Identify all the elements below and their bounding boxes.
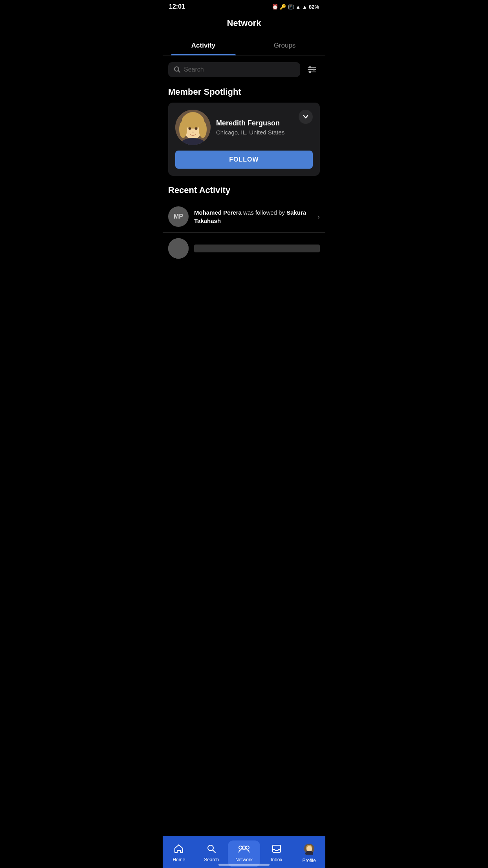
activity-item[interactable]: MP Mohamed Perera was followed by Sakura… xyxy=(163,201,325,233)
tab-activity[interactable]: Activity xyxy=(163,36,244,55)
member-spotlight-title: Member Spotlight xyxy=(163,84,325,103)
member-location: Chicago, IL, United States xyxy=(216,129,293,136)
status-icons: ⏰ 🔑 📳 ▲ ▲ 82% xyxy=(272,4,319,10)
spotlight-card: Meredith Ferguson Chicago, IL, United St… xyxy=(168,103,320,176)
search-placeholder: Search xyxy=(184,66,204,73)
activity-chevron-icon: › xyxy=(317,213,320,221)
svg-point-7 xyxy=(309,71,311,73)
search-icon xyxy=(174,66,181,73)
expand-button[interactable] xyxy=(299,110,313,124)
wifi-icon: ▲ xyxy=(295,4,301,10)
status-bar: 12:01 ⏰ 🔑 📳 ▲ ▲ 82% xyxy=(163,0,325,12)
recent-activity-title: Recent Activity xyxy=(163,176,325,201)
spotlight-top: Meredith Ferguson Chicago, IL, United St… xyxy=(175,110,313,145)
battery-icon: 82% xyxy=(309,4,319,10)
chevron-down-icon xyxy=(302,113,309,120)
status-time: 12:01 xyxy=(169,3,185,10)
svg-point-5 xyxy=(313,69,315,71)
activity-item-2 xyxy=(163,233,325,264)
svg-point-12 xyxy=(179,121,187,138)
vibrate-icon: 📳 xyxy=(288,4,294,10)
tab-groups[interactable]: Groups xyxy=(244,36,325,55)
activity-text-placeholder xyxy=(194,245,320,252)
follow-button[interactable]: FOLLOW xyxy=(175,151,313,169)
svg-point-19 xyxy=(168,238,189,259)
page-title: Network xyxy=(163,12,325,36)
svg-point-16 xyxy=(189,127,191,130)
svg-line-1 xyxy=(178,71,180,73)
member-name: Meredith Ferguson xyxy=(216,119,293,127)
svg-point-3 xyxy=(309,66,311,68)
activity-action: was followed by xyxy=(243,209,286,216)
activity-description: Mohamed Perera was followed by Sakura Ta… xyxy=(194,208,312,225)
avatar-image xyxy=(175,110,211,145)
search-bar[interactable]: Search xyxy=(168,62,300,77)
activity-initials: MP xyxy=(174,213,183,220)
activity-avatar-2 xyxy=(168,238,189,259)
search-section: Search xyxy=(163,55,325,84)
member-info: Meredith Ferguson Chicago, IL, United St… xyxy=(216,119,293,136)
signal-icon: ▲ xyxy=(302,4,307,10)
alarm-icon: ⏰ xyxy=(272,4,278,10)
filter-icon[interactable] xyxy=(304,62,320,77)
member-avatar xyxy=(175,110,211,145)
tabs-container: Activity Groups xyxy=(163,36,325,55)
svg-point-18 xyxy=(192,132,194,133)
activity-person-name: Mohamed Perera xyxy=(194,209,242,216)
svg-point-13 xyxy=(199,121,207,138)
svg-point-17 xyxy=(195,127,198,130)
activity-avatar: MP xyxy=(168,206,189,227)
key-icon: 🔑 xyxy=(280,4,286,10)
